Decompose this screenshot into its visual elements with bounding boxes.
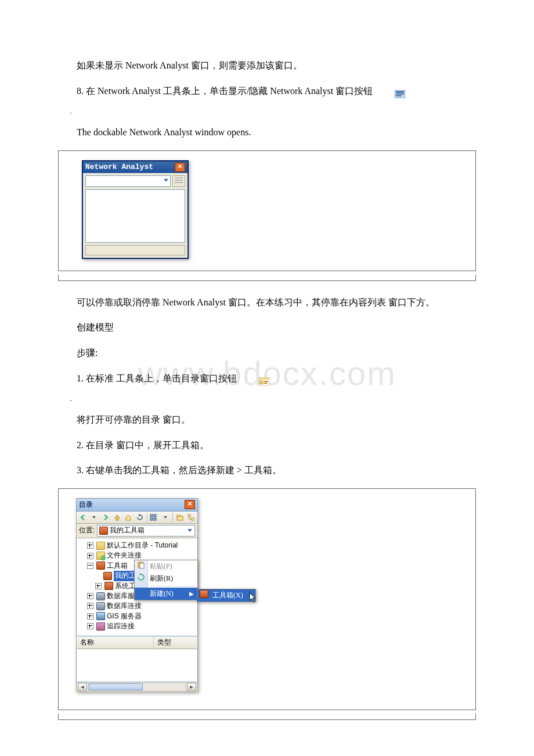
close-icon[interactable]: ✕	[175, 163, 185, 172]
catalog-window-icon	[240, 375, 251, 383]
network-analyst-window: Network Analyst ✕	[82, 160, 189, 259]
figure-separator	[58, 714, 476, 720]
text-run: 8. 在 Network Analyst 工具条上，单击显示/隐藏 Networ…	[77, 86, 373, 96]
ctx-item-refresh[interactable]: 刷新(R)	[135, 573, 197, 585]
na-window-body	[83, 173, 187, 258]
svg-rect-2	[396, 93, 404, 95]
submenu-item-toolbox[interactable]: 工具箱(X)	[197, 589, 255, 602]
svg-rect-16	[192, 518, 194, 520]
na-window-title: Network Analyst	[85, 163, 153, 171]
location-combo[interactable]: 我的工具箱	[97, 525, 195, 537]
svg-rect-9	[150, 514, 153, 517]
toolbox-icon	[200, 590, 208, 600]
toolbar-separator	[147, 513, 147, 522]
connect-folder-icon[interactable]	[175, 513, 185, 522]
chevron-right-icon: ▶	[189, 591, 194, 597]
horizontal-scrollbar[interactable]: ◄ ►	[76, 682, 198, 692]
paragraph: 可以停靠或取消停靠 Network Analyst 窗口。在本练习中，其停靠在内…	[58, 295, 476, 310]
scroll-thumb[interactable]	[89, 683, 143, 690]
tree-toggle-icon[interactable]	[186, 513, 196, 522]
catalog-title: 目录	[79, 500, 93, 510]
paragraph: 如果未显示 Network Analyst 窗口，则需要添加该窗口。	[58, 58, 476, 73]
ctx-item-paste: 粘贴(P)	[135, 560, 197, 573]
dropdown-icon[interactable]	[161, 513, 170, 522]
paragraph: 1. 在标准 工具条上，单击目录窗口按钮	[58, 371, 476, 386]
figure-frame: 目录 ✕ 位置: 我的工具箱	[58, 488, 476, 711]
svg-rect-15	[188, 514, 190, 517]
tree-item-gis-servers[interactable]: GIS 服务器	[79, 611, 195, 621]
svg-rect-14	[177, 515, 180, 517]
paragraph: 将打开可停靠的目录 窗口。	[58, 412, 476, 427]
na-properties-button[interactable]	[172, 175, 185, 187]
paragraph: 8. 在 Network Analyst 工具条上，单击显示/隐藏 Networ…	[58, 84, 476, 99]
tree-item-default-dir[interactable]: 默认工作目录 - Tutorial	[79, 541, 195, 550]
column-header-type[interactable]: 类型	[154, 636, 197, 649]
svg-rect-18	[140, 563, 144, 568]
paragraph: 3. 右键单击我的工具箱，然后选择新建 > 工具箱。	[58, 463, 476, 478]
svg-rect-12	[154, 518, 156, 520]
context-menu: 粘贴(P) 刷新(R) 新建(N) ▶	[134, 560, 198, 600]
catalog-columns-header[interactable]: 名称 类型	[76, 636, 198, 649]
catalog-titlebar: 目录 ✕	[76, 498, 198, 512]
svg-rect-7	[264, 381, 268, 382]
na-status-bar	[85, 245, 185, 255]
home-icon[interactable]	[124, 513, 133, 522]
tree-item-tracking-connections[interactable]: 追踪连接	[79, 621, 195, 631]
tree-item-db-connections[interactable]: 数据库连接	[79, 601, 195, 611]
menu-separator	[150, 586, 195, 586]
cursor-icon	[249, 592, 258, 605]
location-value: 我的工具箱	[110, 525, 145, 535]
punctuation: 。	[58, 396, 476, 402]
up-icon[interactable]	[113, 513, 122, 522]
view-mode-icon[interactable]	[150, 513, 159, 522]
column-header-name[interactable]: 名称	[77, 636, 154, 649]
context-submenu-new: 工具箱(X)	[197, 589, 256, 602]
svg-rect-6	[260, 381, 263, 384]
na-analysis-combo[interactable]	[85, 175, 171, 187]
svg-rect-1	[396, 91, 404, 93]
na-window-titlebar: Network Analyst ✕	[83, 161, 187, 173]
paragraph: The dockable Network Analyst window open…	[58, 125, 476, 140]
scroll-left-icon[interactable]: ◄	[78, 683, 87, 691]
text-run: 1. 在标准 工具条上，单击目录窗口按钮	[77, 373, 237, 383]
catalog-contents-list[interactable]	[76, 649, 198, 682]
paste-icon	[137, 561, 145, 571]
refresh-icon[interactable]	[135, 513, 145, 522]
show-hide-na-window-icon	[376, 88, 387, 96]
punctuation: 。	[58, 109, 476, 114]
figure-separator	[58, 275, 476, 281]
toolbox-icon	[99, 527, 108, 535]
forward-icon[interactable]	[101, 513, 110, 522]
heading: 创建模型	[58, 320, 476, 335]
svg-rect-3	[396, 95, 402, 96]
svg-rect-10	[154, 514, 156, 517]
text-run: 可以停靠或取消停靠 Network Analyst 窗口。在本练习中，其停靠在内…	[77, 297, 435, 307]
location-label: 位置:	[79, 525, 95, 535]
svg-rect-5	[259, 378, 269, 380]
paragraph: 步骤:	[58, 345, 476, 361]
dropdown-icon[interactable]	[90, 513, 99, 522]
scroll-track[interactable]	[88, 683, 186, 691]
svg-rect-11	[150, 518, 153, 520]
close-icon[interactable]: ✕	[185, 500, 195, 509]
na-content-list[interactable]	[85, 189, 185, 243]
paragraph: 2. 在目录 窗口中，展开工具箱。	[58, 438, 476, 453]
ctx-item-new[interactable]: 新建(N) ▶	[135, 588, 197, 600]
svg-rect-8	[264, 383, 267, 384]
back-icon[interactable]	[78, 513, 88, 522]
figure-frame: Network Analyst ✕	[58, 150, 476, 271]
catalog-toolbar	[76, 512, 198, 524]
catalog-location-bar: 位置: 我的工具箱	[76, 524, 198, 538]
toolbar-separator	[172, 513, 173, 522]
scroll-right-icon[interactable]: ►	[187, 683, 196, 691]
refresh-icon	[137, 573, 145, 584]
